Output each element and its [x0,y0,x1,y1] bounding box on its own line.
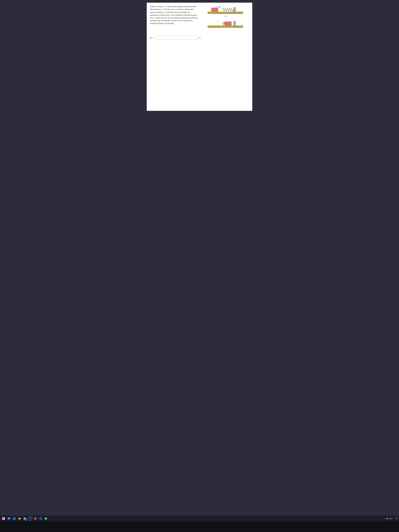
office-button[interactable]: W [33,516,38,521]
system-tray-expand[interactable]: ∧ [384,518,385,519]
block-top [211,8,218,12]
block-bottom [225,21,232,25]
volume-button[interactable] [396,517,398,520]
mail-button[interactable]: 87 [22,516,27,521]
v0-subscript: 0 [217,7,217,8]
svg-rect-3 [4,519,5,520]
table-top [208,12,243,14]
svg-rect-6 [8,519,9,519]
edge-button[interactable]: 🌐 [12,516,17,521]
svg-point-20 [387,518,387,519]
file-explorer-button[interactable] [17,516,22,521]
store-button[interactable] [38,516,43,521]
temperature-display: 20°C [389,518,393,519]
taskbar: 🌐 87 W [0,516,399,521]
delta-x-answer-label: Δx = [150,37,154,39]
start-button[interactable] [1,516,6,521]
svg-rect-17 [41,519,42,520]
cortana-button[interactable] [28,516,32,521]
spring-top [222,8,234,11]
svg-rect-1 [4,517,5,518]
problem-text: A block of mass m = 4.90 kg slides along… [150,5,202,25]
problem-line4: experience a friction force. The coeffic… [150,14,197,16]
svg-rect-0 [2,517,3,518]
problem-line6: the block first momentarily comes to res… [150,20,192,22]
unit-label: m [199,37,201,39]
wall-bottom [234,21,235,28]
diagram-container: v 0 Δx [205,6,249,32]
problem-line3: spring constant k = 40.00 N/m and it als… [150,11,190,13]
svg-text:W: W [35,518,36,519]
answer-row: Δx = m [150,36,249,40]
table-bottom [208,25,243,28]
problem-line5: by μ = 0.300. How far has the spring com… [150,17,198,19]
problem-line1: A block of mass m = 4.90 kg slides along… [150,6,196,7]
answer-input[interactable] [155,36,197,40]
svg-rect-14 [39,517,40,518]
mail-badge: 87 [25,519,27,521]
svg-rect-8 [19,518,21,519]
diagram-bottom [208,20,247,32]
problem-line7: positive direction is to the right. [150,22,174,24]
taskbar-right: ∧ 20°C ^ [384,517,398,520]
cortana-circle [28,516,32,521]
diagram-top: v 0 Δx [208,6,247,18]
svg-rect-4 [8,518,9,518]
svg-rect-15 [41,517,42,518]
svg-rect-5 [9,518,10,518]
bottom-bar [0,521,399,532]
svg-rect-2 [2,519,3,520]
spring-bottom [222,22,225,25]
weather-widget[interactable]: 20°C [386,517,393,520]
screen: A block of mass m = 4.90 kg slides along… [0,0,399,516]
edge-icon: 🌐 [13,517,16,520]
spotify-button[interactable] [44,516,48,521]
svg-point-11 [30,518,30,519]
delta-x-label-top: Δx [225,15,226,17]
svg-rect-16 [39,519,40,520]
caret-up-icon[interactable]: ^ [394,518,394,519]
content-area: A block of mass m = 4.90 kg slides along… [147,3,252,111]
problem-line2: with velocity v0 = 4.00 m/s. At x = 0, i… [150,8,193,10]
svg-rect-7 [9,519,10,519]
wall-top [234,7,235,14]
task-view-button[interactable] [6,516,11,521]
svg-rect-9 [19,518,19,518]
